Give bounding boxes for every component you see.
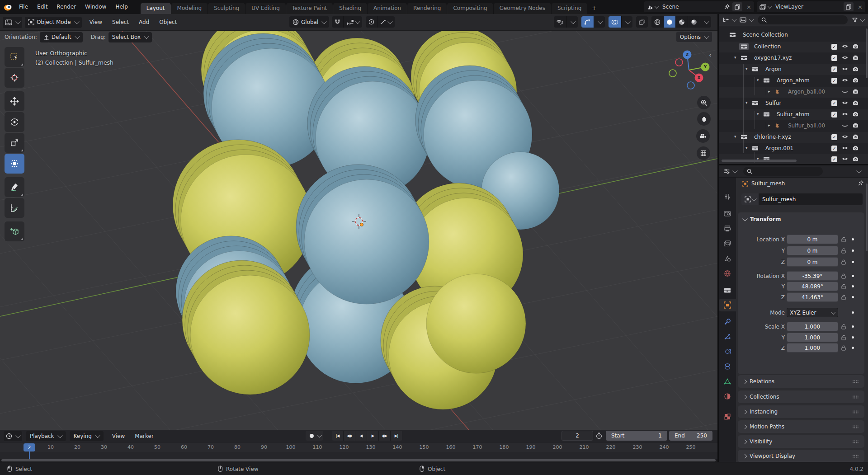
exclude-checkbox[interactable]: ✓ bbox=[831, 156, 837, 162]
transform-section-header[interactable]: Transform bbox=[743, 216, 781, 222]
play-reverse-button[interactable]: ◀ bbox=[355, 431, 367, 441]
menu-file[interactable]: File bbox=[14, 0, 33, 14]
unlink-scene-icon[interactable]: × bbox=[744, 4, 754, 10]
shading-rendered[interactable] bbox=[688, 16, 700, 28]
lock-icon[interactable] bbox=[841, 273, 846, 279]
shading-wireframe[interactable] bbox=[651, 16, 663, 28]
menu-help[interactable]: Help bbox=[111, 0, 132, 14]
outliner-search-input[interactable] bbox=[758, 15, 848, 24]
menu-window[interactable]: Window bbox=[80, 0, 111, 14]
xray-toggle[interactable] bbox=[636, 16, 648, 28]
properties-tab-output[interactable] bbox=[719, 222, 736, 235]
properties-tab-physics[interactable] bbox=[719, 345, 736, 358]
drag-grip-icon[interactable] bbox=[852, 425, 859, 429]
animate-dot[interactable] bbox=[852, 275, 854, 277]
menu-edit[interactable]: Edit bbox=[33, 0, 52, 14]
hide-eye-icon[interactable] bbox=[842, 146, 848, 150]
next-keyframe-button[interactable]: ◆▶ bbox=[379, 431, 391, 441]
snap-toggle[interactable] bbox=[332, 16, 343, 28]
properties-search-input[interactable] bbox=[743, 167, 823, 176]
show-overlays-toggle[interactable] bbox=[609, 16, 621, 28]
outliner-row-sulfur-atom[interactable]: ▾Sulfur_atom✓ bbox=[719, 109, 868, 120]
workspace-tab-modeling[interactable]: Modeling bbox=[171, 3, 208, 14]
animate-dot[interactable] bbox=[852, 285, 854, 287]
collapse-arrow-icon[interactable]: ▾ bbox=[734, 55, 736, 60]
outliner-row-partial[interactable]: ▾✓ bbox=[719, 154, 868, 164]
outliner-filter-id[interactable] bbox=[738, 15, 755, 25]
playhead[interactable] bbox=[29, 451, 30, 459]
hide-eye-icon[interactable] bbox=[842, 157, 848, 161]
disable-render-icon[interactable] bbox=[853, 134, 859, 139]
drag-grip-icon[interactable] bbox=[852, 454, 859, 458]
pan-hand-button[interactable] bbox=[697, 112, 711, 126]
properties-tab-modifiers[interactable] bbox=[719, 315, 736, 328]
timeline-track[interactable] bbox=[0, 452, 717, 459]
proportional-edit-toggle[interactable] bbox=[366, 16, 377, 28]
hide-eye-icon[interactable] bbox=[842, 56, 848, 60]
editor-type-button[interactable] bbox=[3, 17, 22, 28]
section-collections[interactable]: Collections bbox=[738, 390, 864, 403]
transform-field-y[interactable]: 48.089° bbox=[787, 282, 838, 291]
tool-measure[interactable] bbox=[5, 198, 24, 218]
disable-render-icon[interactable] bbox=[853, 66, 859, 71]
hide-eye-icon[interactable] bbox=[842, 112, 848, 116]
hide-eye-icon[interactable] bbox=[842, 135, 848, 139]
outliner-hscrollbar[interactable] bbox=[722, 160, 797, 162]
viewport-canvas[interactable]: ZYX bbox=[0, 14, 717, 430]
workspace-tab-scripting[interactable]: Scripting bbox=[552, 3, 587, 14]
properties-tab-render[interactable] bbox=[719, 207, 736, 220]
section-visibility[interactable]: Visibility bbox=[738, 435, 864, 448]
rotation-mode-dropdown[interactable]: XYZ Euler bbox=[787, 308, 838, 317]
collapse-arrow-icon[interactable]: ▾ bbox=[734, 134, 736, 139]
tool-move[interactable] bbox=[5, 91, 24, 111]
scene-selector[interactable]: Scene × bbox=[644, 1, 754, 12]
disable-render-icon[interactable] bbox=[853, 123, 859, 128]
drag-setting-dropdown[interactable]: Select Box bbox=[108, 32, 152, 42]
remove-viewlayer-icon[interactable]: × bbox=[855, 4, 865, 10]
outliner-item-label[interactable]: Collection bbox=[754, 43, 781, 50]
visibility-toggle[interactable] bbox=[554, 16, 566, 28]
properties-vscrollbar[interactable] bbox=[866, 183, 868, 251]
orientation-setting-dropdown[interactable]: Default bbox=[40, 32, 83, 42]
disable-render-icon[interactable] bbox=[853, 89, 859, 94]
timeline-menu-marker[interactable]: Marker bbox=[130, 433, 158, 439]
timeline-menu-view[interactable]: View bbox=[107, 433, 130, 439]
disable-render-icon[interactable] bbox=[853, 44, 859, 49]
properties-options-icon[interactable] bbox=[856, 168, 861, 173]
viewlayer-selector[interactable]: ViewLayer × bbox=[757, 1, 865, 12]
hide-eye-icon[interactable] bbox=[842, 101, 848, 105]
animate-dot[interactable] bbox=[852, 336, 854, 339]
outliner-row-chlorine-f-xyz[interactable]: ▾chlorine-F.xyz✓ bbox=[719, 132, 868, 143]
hidden-eye-icon[interactable] bbox=[842, 90, 848, 94]
zoom-button[interactable] bbox=[697, 96, 711, 109]
lock-icon[interactable] bbox=[841, 259, 846, 265]
timeline-menu-playback[interactable]: Playback bbox=[26, 431, 66, 441]
outliner-item-label[interactable]: oxygen17.xyz bbox=[754, 55, 792, 61]
outliner-row-scene-collection[interactable]: Scene Collection bbox=[719, 30, 868, 41]
outliner-item-label[interactable]: Argon_ball.00 bbox=[788, 89, 825, 95]
outliner-row-collection[interactable]: Collection✓ bbox=[719, 42, 868, 52]
viewlayer-icon[interactable] bbox=[757, 1, 774, 12]
region-collapse-icon[interactable]: ‹ bbox=[709, 51, 712, 59]
expand-arrow-icon[interactable]: ▸ bbox=[768, 123, 770, 127]
breadcrumb-object-name[interactable]: Sulfur_mesh bbox=[751, 180, 785, 187]
disable-render-icon[interactable] bbox=[853, 55, 859, 60]
animate-dot[interactable] bbox=[852, 311, 854, 314]
lock-icon[interactable] bbox=[841, 345, 846, 351]
transform-field-location-x[interactable]: 0 m bbox=[787, 235, 838, 244]
disable-render-icon[interactable] bbox=[853, 112, 859, 117]
section-relations[interactable]: Relations bbox=[738, 375, 864, 388]
snap-settings[interactable] bbox=[343, 16, 362, 28]
prev-keyframe-button[interactable]: ◀◆ bbox=[344, 431, 355, 441]
tool-cursor[interactable] bbox=[5, 68, 24, 88]
viewport-menu-select[interactable]: Select bbox=[107, 14, 134, 30]
jump-to-start-button[interactable]: |◀ bbox=[332, 431, 344, 441]
outliner-row-argon-ball-00[interactable]: ▸Argon_ball.00 bbox=[719, 87, 868, 98]
exclude-checkbox[interactable]: ✓ bbox=[831, 55, 837, 61]
animate-dot[interactable] bbox=[852, 347, 854, 349]
outliner-row-sulfur-ball-00[interactable]: ▸Sulfur_ball.00 bbox=[719, 121, 868, 132]
properties-editor-type[interactable] bbox=[722, 167, 739, 176]
workspace-tab-compositing[interactable]: Compositing bbox=[447, 3, 493, 14]
timeline-hscrollbar[interactable] bbox=[1, 459, 716, 461]
auto-keying-toggle[interactable] bbox=[306, 431, 323, 441]
